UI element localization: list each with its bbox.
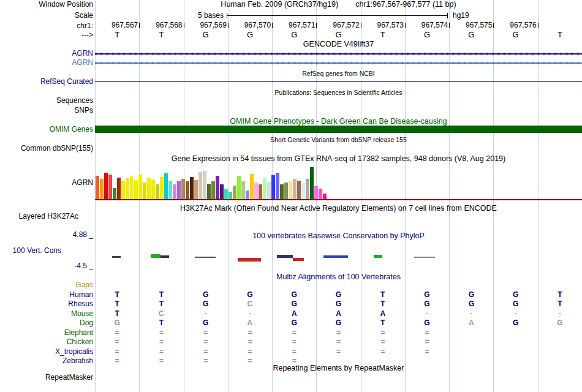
track-label-chicken[interactable]: Chicken bbox=[0, 338, 93, 346]
alignment-base: G bbox=[494, 319, 538, 327]
gtex-bar[interactable] bbox=[284, 183, 288, 199]
track-label-snps[interactable]: SNPs bbox=[0, 107, 93, 115]
gtex-bar[interactable] bbox=[229, 192, 232, 199]
refseq-gene-line[interactable] bbox=[95, 81, 582, 82]
alignment-base: G bbox=[228, 291, 272, 299]
gtex-bar[interactable] bbox=[151, 179, 155, 199]
gtex-bar[interactable] bbox=[250, 174, 254, 199]
alignment-base: C bbox=[228, 300, 272, 308]
gencode-gene-agrn-transcript-1[interactable]: >>>>>>>>>>>>>>>>>>>>>>>>>>>>>>>>>>>>>>>>… bbox=[95, 51, 582, 57]
gtex-bar[interactable] bbox=[121, 181, 125, 199]
gtex-bar[interactable] bbox=[190, 177, 194, 199]
alignment-base: = bbox=[139, 338, 183, 346]
gtex-bar[interactable] bbox=[117, 178, 121, 199]
gtex-bar[interactable] bbox=[96, 176, 99, 199]
base-letter: G bbox=[449, 31, 493, 39]
omim-gene-bar[interactable] bbox=[95, 126, 582, 133]
gtex-bar[interactable] bbox=[203, 171, 206, 199]
track-label-repeatmasker[interactable]: RepeatMasker bbox=[0, 374, 93, 382]
track-label-elephant[interactable]: Elephant bbox=[0, 329, 93, 337]
alignment-base: A bbox=[361, 310, 405, 318]
gtex-bar[interactable] bbox=[108, 175, 112, 199]
gtex-bar[interactable] bbox=[224, 189, 228, 199]
track-label-rhesus[interactable]: Rhesus bbox=[0, 300, 93, 308]
gtex-bar[interactable] bbox=[241, 181, 245, 199]
gtex-bar[interactable] bbox=[194, 180, 198, 199]
gtex-bar[interactable] bbox=[319, 189, 322, 199]
track-label-gtex-agrn[interactable]: AGRN bbox=[0, 179, 93, 187]
track-label-gaps[interactable]: Gaps bbox=[0, 281, 93, 289]
phylop-mark bbox=[374, 255, 382, 258]
track-label-dog[interactable]: Dog bbox=[0, 319, 93, 327]
gtex-bar[interactable] bbox=[126, 178, 129, 199]
gtex-bar[interactable] bbox=[233, 186, 236, 199]
alignment-base: = bbox=[361, 329, 405, 337]
gtex-bar[interactable] bbox=[198, 172, 202, 199]
phylop-axis-min: -4.5 _ bbox=[0, 262, 93, 270]
track-label-zebrafish[interactable]: Zebrafish bbox=[0, 357, 93, 365]
gtex-bar[interactable] bbox=[164, 173, 168, 199]
gtex-bar[interactable] bbox=[323, 194, 327, 199]
alignment-base: T bbox=[361, 291, 405, 299]
coordinate-label: 967,573 bbox=[360, 21, 404, 29]
gtex-bar[interactable] bbox=[237, 176, 241, 199]
gtex-bar[interactable] bbox=[276, 173, 279, 199]
alignment-base: G bbox=[405, 291, 449, 299]
alignment-base: = bbox=[184, 357, 228, 365]
gtex-bar[interactable] bbox=[177, 181, 181, 199]
track-label-mouse[interactable]: Mouse bbox=[0, 310, 93, 318]
track-label-human[interactable]: Human bbox=[0, 291, 93, 299]
gencode-gene-agrn-transcript-2[interactable]: >>>>>>>>>>>>>>>>>>>>>>>>>>>>>>>>>>>>>>>>… bbox=[95, 60, 582, 66]
gtex-bar[interactable] bbox=[263, 178, 266, 199]
alignment-base: G bbox=[184, 319, 228, 327]
gtex-bar[interactable] bbox=[314, 186, 318, 199]
h3k27ac-title: H3K27Ac Mark (Often Found Near Active Re… bbox=[95, 205, 582, 213]
track-label-gencode-agrn-2[interactable]: AGRN bbox=[0, 59, 93, 67]
phylop-mark bbox=[112, 256, 121, 258]
track-label-x-tropicalis[interactable]: X_tropicalis bbox=[0, 348, 93, 356]
gtex-bar[interactable] bbox=[186, 181, 189, 199]
gtex-bar[interactable] bbox=[147, 178, 151, 199]
alignment-base: = bbox=[95, 329, 139, 337]
track-label-omim-genes[interactable]: OMIM Genes bbox=[0, 126, 93, 134]
gtex-bar[interactable] bbox=[134, 180, 138, 199]
alignment-base: T bbox=[95, 291, 139, 299]
gtex-bar[interactable] bbox=[267, 182, 271, 199]
gtex-bar[interactable] bbox=[271, 175, 275, 199]
gtex-bar[interactable] bbox=[211, 181, 215, 199]
track-label-sequences[interactable]: Sequences bbox=[0, 97, 93, 105]
track-label-100-vert-cons[interactable]: 100 Vert. Cons bbox=[0, 247, 61, 255]
ruler-tick bbox=[538, 23, 539, 28]
gtex-bar[interactable] bbox=[259, 184, 262, 199]
gtex-bar[interactable] bbox=[130, 176, 134, 199]
gtex-bar[interactable] bbox=[216, 176, 219, 199]
track-label-layered-h3k27ac[interactable]: Layered H3K27Ac bbox=[0, 213, 78, 221]
gtex-bar[interactable] bbox=[143, 183, 146, 199]
track-label-refseq-curated[interactable]: RefSeq Curated bbox=[0, 78, 93, 86]
gtex-bar[interactable] bbox=[306, 179, 309, 199]
alignment-base: - bbox=[538, 310, 582, 318]
gtex-bar[interactable] bbox=[138, 175, 142, 199]
gtex-bar[interactable] bbox=[289, 181, 292, 199]
gtex-bar[interactable] bbox=[280, 184, 284, 199]
gtex-bar[interactable] bbox=[181, 179, 185, 199]
gtex-bar[interactable] bbox=[207, 184, 211, 199]
gtex-bar[interactable] bbox=[173, 184, 176, 199]
gtex-bar[interactable] bbox=[168, 181, 172, 199]
alignment-base: = bbox=[272, 338, 316, 346]
gtex-bar[interactable] bbox=[246, 190, 249, 199]
gtex-bar[interactable] bbox=[156, 184, 159, 199]
gtex-bar[interactable] bbox=[293, 179, 297, 199]
gtex-bar[interactable] bbox=[160, 177, 164, 199]
track-label-gencode-agrn-1[interactable]: AGRN bbox=[0, 50, 93, 58]
gtex-bar[interactable] bbox=[310, 167, 314, 199]
gtex-bar[interactable] bbox=[301, 183, 305, 199]
gtex-bar[interactable] bbox=[100, 179, 104, 199]
gtex-bar[interactable] bbox=[254, 183, 258, 199]
gtex-bar[interactable] bbox=[104, 173, 108, 199]
track-label-common-dbsnp[interactable]: Common dbSNP(155) bbox=[0, 145, 93, 153]
gtex-bar[interactable] bbox=[297, 181, 301, 199]
coordinate-label: 967,575 bbox=[448, 21, 492, 29]
gtex-bar[interactable] bbox=[220, 184, 224, 199]
gtex-bar[interactable] bbox=[113, 188, 116, 199]
